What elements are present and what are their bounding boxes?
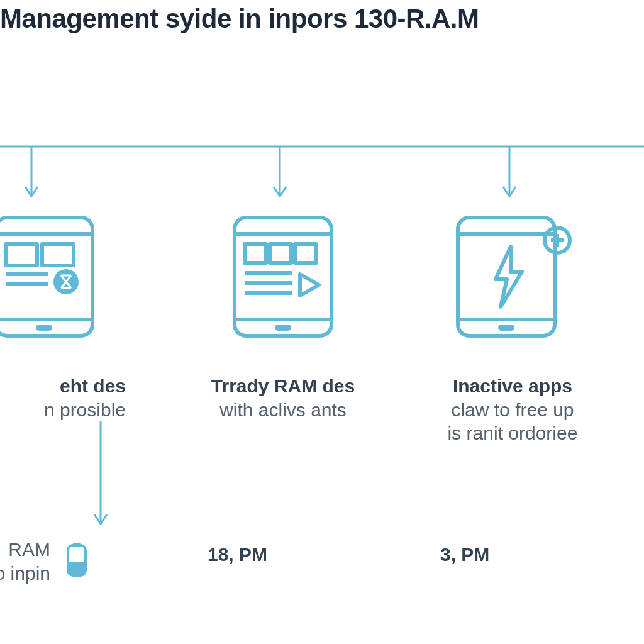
- col2-subtitle: with aclivs ants: [189, 398, 377, 422]
- col1-value-sub: o inpin: [0, 562, 50, 586]
- svg-marker-29: [300, 274, 319, 296]
- svg-rect-25: [295, 244, 316, 263]
- svg-rect-10: [6, 244, 37, 265]
- col3-subtitle: claw to free up is ranit ordoriee: [409, 398, 616, 445]
- svg-marker-34: [496, 247, 522, 307]
- column-1: eht des n prosible: [0, 214, 126, 340]
- svg-rect-24: [270, 244, 291, 263]
- phone-blocked-icon: [0, 214, 97, 340]
- device-mini-icon: [64, 543, 89, 580]
- col2-value: 18, PM: [208, 544, 267, 565]
- phone-bolt-icon: [453, 214, 572, 340]
- column-3: Inactive apps claw to free up is ranit o…: [409, 214, 616, 340]
- connector-down-1: [88, 421, 113, 535]
- col1-title: eht des: [0, 374, 126, 398]
- svg-rect-11: [42, 244, 74, 265]
- svg-rect-23: [245, 244, 266, 263]
- diagram-title: Management syide in inpors 130-R.A.M: [0, 4, 479, 34]
- svg-rect-18: [73, 543, 80, 547]
- phone-play-icon: [230, 214, 336, 340]
- connector-bracket: [0, 135, 644, 211]
- col1-sub-row: RAM o inpin: [0, 538, 145, 585]
- col1-value: RAM: [0, 538, 50, 562]
- col3-title: Inactive apps: [409, 374, 616, 398]
- col2-title: Trrady RAM des: [189, 374, 377, 398]
- col1-subtitle: n prosible: [0, 398, 126, 422]
- svg-rect-22: [275, 325, 291, 331]
- svg-rect-17: [68, 562, 86, 575]
- svg-rect-33: [498, 325, 514, 331]
- svg-rect-9: [36, 325, 52, 331]
- column-2: Trrady RAM des with aclivs ants: [189, 214, 377, 340]
- col3-value: 3, PM: [440, 544, 489, 565]
